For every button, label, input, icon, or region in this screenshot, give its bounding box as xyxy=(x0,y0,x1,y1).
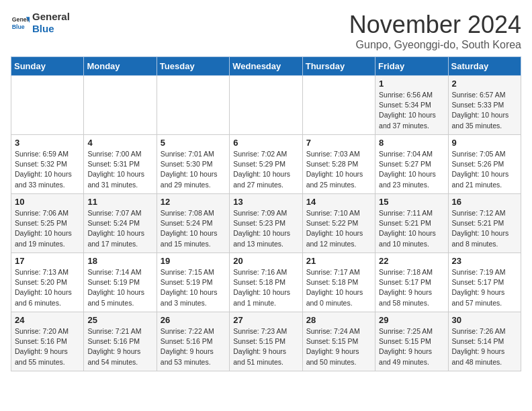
calendar-cell: 7Sunrise: 7:03 AM Sunset: 5:28 PM Daylig… xyxy=(302,135,375,194)
calendar-cell: 8Sunrise: 7:04 AM Sunset: 5:27 PM Daylig… xyxy=(375,135,448,194)
weekday-header-row: SundayMondayTuesdayWednesdayThursdayFrid… xyxy=(11,57,521,76)
day-info: Sunrise: 7:00 AM Sunset: 5:31 PM Dayligh… xyxy=(87,149,152,190)
day-info: Sunrise: 7:12 AM Sunset: 5:21 PM Dayligh… xyxy=(452,208,517,249)
weekday-header-tuesday: Tuesday xyxy=(157,57,229,76)
day-number: 17 xyxy=(15,256,80,266)
day-number: 9 xyxy=(452,138,517,148)
calendar-cell: 19Sunrise: 7:15 AM Sunset: 5:19 PM Dayli… xyxy=(157,253,229,312)
calendar-cell xyxy=(11,76,84,135)
calendar-cell xyxy=(302,76,375,135)
calendar-cell: 15Sunrise: 7:11 AM Sunset: 5:21 PM Dayli… xyxy=(375,194,448,253)
day-info: Sunrise: 7:08 AM Sunset: 5:24 PM Dayligh… xyxy=(161,208,226,249)
day-number: 27 xyxy=(233,315,298,325)
calendar-cell: 20Sunrise: 7:16 AM Sunset: 5:18 PM Dayli… xyxy=(230,253,302,312)
day-number: 28 xyxy=(306,315,371,325)
day-number: 13 xyxy=(233,197,298,207)
calendar-cell: 12Sunrise: 7:08 AM Sunset: 5:24 PM Dayli… xyxy=(157,194,229,253)
day-info: Sunrise: 7:26 AM Sunset: 5:14 PM Dayligh… xyxy=(452,326,517,367)
day-number: 10 xyxy=(15,197,80,207)
calendar-cell xyxy=(84,76,157,135)
day-info: Sunrise: 6:59 AM Sunset: 5:32 PM Dayligh… xyxy=(15,149,80,190)
day-info: Sunrise: 7:14 AM Sunset: 5:19 PM Dayligh… xyxy=(87,267,152,308)
calendar-cell: 21Sunrise: 7:17 AM Sunset: 5:18 PM Dayli… xyxy=(302,253,375,312)
day-info: Sunrise: 7:24 AM Sunset: 5:15 PM Dayligh… xyxy=(306,326,371,367)
day-number: 26 xyxy=(161,315,226,325)
day-info: Sunrise: 7:01 AM Sunset: 5:30 PM Dayligh… xyxy=(161,149,226,190)
day-info: Sunrise: 7:05 AM Sunset: 5:26 PM Dayligh… xyxy=(452,149,517,190)
day-info: Sunrise: 7:17 AM Sunset: 5:18 PM Dayligh… xyxy=(306,267,371,308)
day-info: Sunrise: 7:09 AM Sunset: 5:23 PM Dayligh… xyxy=(233,208,298,249)
calendar-cell: 27Sunrise: 7:23 AM Sunset: 5:15 PM Dayli… xyxy=(230,312,302,371)
calendar-cell: 23Sunrise: 7:19 AM Sunset: 5:17 PM Dayli… xyxy=(448,253,521,312)
calendar-cell xyxy=(230,76,302,135)
title-block: November 2024 Gunpo, Gyeonggi-do, South … xyxy=(349,11,521,51)
calendar-cell: 1Sunrise: 6:56 AM Sunset: 5:34 PM Daylig… xyxy=(375,76,448,135)
day-number: 23 xyxy=(452,256,517,266)
calendar-week-row: 3Sunrise: 6:59 AM Sunset: 5:32 PM Daylig… xyxy=(11,135,521,194)
calendar-cell: 26Sunrise: 7:22 AM Sunset: 5:16 PM Dayli… xyxy=(157,312,229,371)
day-number: 12 xyxy=(161,197,226,207)
day-info: Sunrise: 7:15 AM Sunset: 5:19 PM Dayligh… xyxy=(161,267,226,308)
day-number: 4 xyxy=(87,138,152,148)
calendar-cell: 9Sunrise: 7:05 AM Sunset: 5:26 PM Daylig… xyxy=(448,135,521,194)
calendar-cell: 18Sunrise: 7:14 AM Sunset: 5:19 PM Dayli… xyxy=(84,253,157,312)
day-number: 7 xyxy=(306,138,371,148)
calendar-cell: 3Sunrise: 6:59 AM Sunset: 5:32 PM Daylig… xyxy=(11,135,84,194)
day-number: 21 xyxy=(306,256,371,266)
calendar-cell: 5Sunrise: 7:01 AM Sunset: 5:30 PM Daylig… xyxy=(157,135,229,194)
day-number: 20 xyxy=(233,256,298,266)
day-info: Sunrise: 7:13 AM Sunset: 5:20 PM Dayligh… xyxy=(15,267,80,308)
day-info: Sunrise: 7:06 AM Sunset: 5:25 PM Dayligh… xyxy=(15,208,80,249)
svg-text:Blue: Blue xyxy=(12,24,25,30)
weekday-header-friday: Friday xyxy=(375,57,448,76)
day-number: 16 xyxy=(452,197,517,207)
day-info: Sunrise: 7:16 AM Sunset: 5:18 PM Dayligh… xyxy=(233,267,298,308)
month-title: November 2024 xyxy=(349,11,521,39)
calendar-cell xyxy=(157,76,229,135)
calendar-cell: 30Sunrise: 7:26 AM Sunset: 5:14 PM Dayli… xyxy=(448,312,521,371)
calendar-week-row: 1Sunrise: 6:56 AM Sunset: 5:34 PM Daylig… xyxy=(11,76,521,135)
day-info: Sunrise: 7:19 AM Sunset: 5:17 PM Dayligh… xyxy=(452,267,517,308)
day-info: Sunrise: 7:20 AM Sunset: 5:16 PM Dayligh… xyxy=(15,326,80,367)
weekday-header-wednesday: Wednesday xyxy=(230,57,302,76)
day-number: 25 xyxy=(87,315,152,325)
calendar-cell: 2Sunrise: 6:57 AM Sunset: 5:33 PM Daylig… xyxy=(448,76,521,135)
calendar-cell: 22Sunrise: 7:18 AM Sunset: 5:17 PM Dayli… xyxy=(375,253,448,312)
logo-general: General xyxy=(32,11,70,22)
day-info: Sunrise: 7:25 AM Sunset: 5:15 PM Dayligh… xyxy=(379,326,444,367)
calendar-cell: 24Sunrise: 7:20 AM Sunset: 5:16 PM Dayli… xyxy=(11,312,84,371)
calendar-cell: 6Sunrise: 7:02 AM Sunset: 5:29 PM Daylig… xyxy=(230,135,302,194)
calendar-week-row: 24Sunrise: 7:20 AM Sunset: 5:16 PM Dayli… xyxy=(11,312,521,371)
weekday-header-thursday: Thursday xyxy=(302,57,375,76)
calendar-cell: 14Sunrise: 7:10 AM Sunset: 5:22 PM Dayli… xyxy=(302,194,375,253)
calendar-cell: 28Sunrise: 7:24 AM Sunset: 5:15 PM Dayli… xyxy=(302,312,375,371)
day-info: Sunrise: 7:23 AM Sunset: 5:15 PM Dayligh… xyxy=(233,326,298,367)
calendar-cell: 10Sunrise: 7:06 AM Sunset: 5:25 PM Dayli… xyxy=(11,194,84,253)
day-number: 3 xyxy=(15,138,80,148)
calendar-cell: 4Sunrise: 7:00 AM Sunset: 5:31 PM Daylig… xyxy=(84,135,157,194)
day-number: 19 xyxy=(161,256,226,266)
day-info: Sunrise: 7:02 AM Sunset: 5:29 PM Dayligh… xyxy=(233,149,298,190)
day-info: Sunrise: 7:11 AM Sunset: 5:21 PM Dayligh… xyxy=(379,208,444,249)
weekday-header-saturday: Saturday xyxy=(448,57,521,76)
day-info: Sunrise: 7:10 AM Sunset: 5:22 PM Dayligh… xyxy=(306,208,371,249)
day-number: 24 xyxy=(15,315,80,325)
location-title: Gunpo, Gyeonggi-do, South Korea xyxy=(349,39,521,51)
calendar-cell: 29Sunrise: 7:25 AM Sunset: 5:15 PM Dayli… xyxy=(375,312,448,371)
day-number: 2 xyxy=(452,79,517,89)
logo-blue: Blue xyxy=(32,23,54,34)
day-number: 29 xyxy=(379,315,444,325)
weekday-header-monday: Monday xyxy=(84,57,157,76)
day-info: Sunrise: 7:22 AM Sunset: 5:16 PM Dayligh… xyxy=(161,326,226,367)
day-info: Sunrise: 7:21 AM Sunset: 5:16 PM Dayligh… xyxy=(87,326,152,367)
calendar-cell: 17Sunrise: 7:13 AM Sunset: 5:20 PM Dayli… xyxy=(11,253,84,312)
day-info: Sunrise: 6:56 AM Sunset: 5:34 PM Dayligh… xyxy=(379,90,444,131)
day-info: Sunrise: 7:18 AM Sunset: 5:17 PM Dayligh… xyxy=(379,267,444,308)
day-info: Sunrise: 7:03 AM Sunset: 5:28 PM Dayligh… xyxy=(306,149,371,190)
calendar-cell: 25Sunrise: 7:21 AM Sunset: 5:16 PM Dayli… xyxy=(84,312,157,371)
calendar-week-row: 10Sunrise: 7:06 AM Sunset: 5:25 PM Dayli… xyxy=(11,194,521,253)
calendar-table: SundayMondayTuesdayWednesdayThursdayFrid… xyxy=(11,56,521,371)
day-number: 11 xyxy=(87,197,152,207)
day-number: 15 xyxy=(379,197,444,207)
day-info: Sunrise: 7:07 AM Sunset: 5:24 PM Dayligh… xyxy=(87,208,152,249)
